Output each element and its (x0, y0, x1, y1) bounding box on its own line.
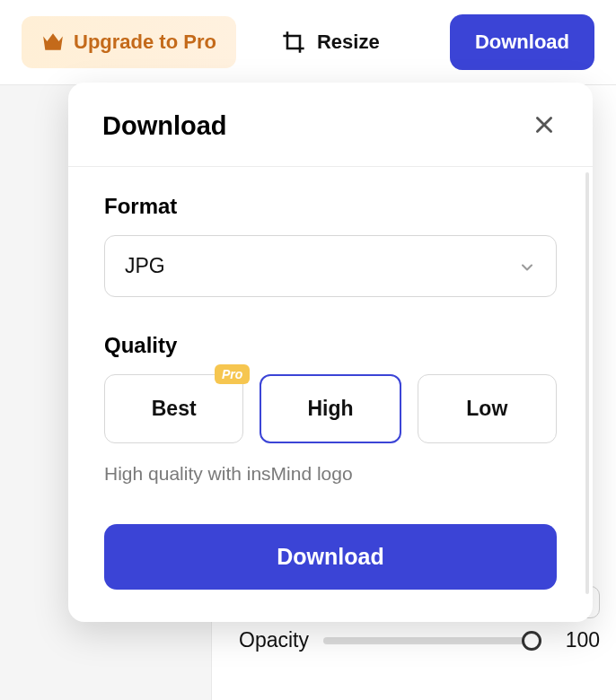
download-button[interactable]: Download (450, 14, 594, 70)
download-confirm-label: Download (277, 544, 383, 569)
top-toolbar: Upgrade to Pro Resize Download (0, 0, 616, 85)
quality-option-label: High (307, 397, 353, 420)
format-select-value: JPG (125, 254, 165, 278)
resize-label: Resize (317, 31, 380, 54)
crop-icon (281, 30, 306, 55)
modal-scrollbar[interactable] (585, 172, 589, 594)
close-icon (532, 113, 556, 140)
modal-header: Download (68, 83, 593, 167)
opacity-label: Opacity (239, 628, 309, 652)
quality-options: Best Pro High Low (104, 374, 557, 443)
quality-option-low[interactable]: Low (418, 374, 557, 443)
crown-icon (41, 32, 65, 52)
upgrade-to-pro-button[interactable]: Upgrade to Pro (22, 16, 236, 68)
opacity-slider[interactable] (323, 637, 541, 644)
download-modal: Download Format JPG Quality Best Pro Hig… (68, 83, 593, 622)
close-button[interactable] (530, 112, 559, 141)
opacity-row: Opacity 100 (239, 628, 600, 652)
modal-title: Download (102, 111, 227, 141)
quality-section-label: Quality (104, 333, 557, 358)
opacity-slider-thumb[interactable] (522, 631, 541, 651)
quality-option-label: Low (466, 397, 507, 420)
quality-hint: High quality with insMind logo (104, 463, 557, 485)
resize-button[interactable]: Resize (281, 30, 380, 55)
modal-body: Format JPG Quality Best Pro High Low Hig… (68, 167, 593, 622)
format-section-label: Format (104, 194, 557, 219)
quality-option-high[interactable]: High (260, 374, 400, 443)
download-confirm-button[interactable]: Download (104, 524, 557, 590)
download-button-label: Download (475, 31, 569, 53)
quality-option-label: Best (152, 397, 197, 420)
quality-option-best[interactable]: Best Pro (104, 374, 243, 443)
pro-badge: Pro (215, 364, 250, 384)
upgrade-label: Upgrade to Pro (74, 31, 216, 54)
chevron-down-icon (518, 258, 536, 276)
opacity-value: 100 (555, 628, 600, 652)
format-select[interactable]: JPG (104, 235, 557, 297)
